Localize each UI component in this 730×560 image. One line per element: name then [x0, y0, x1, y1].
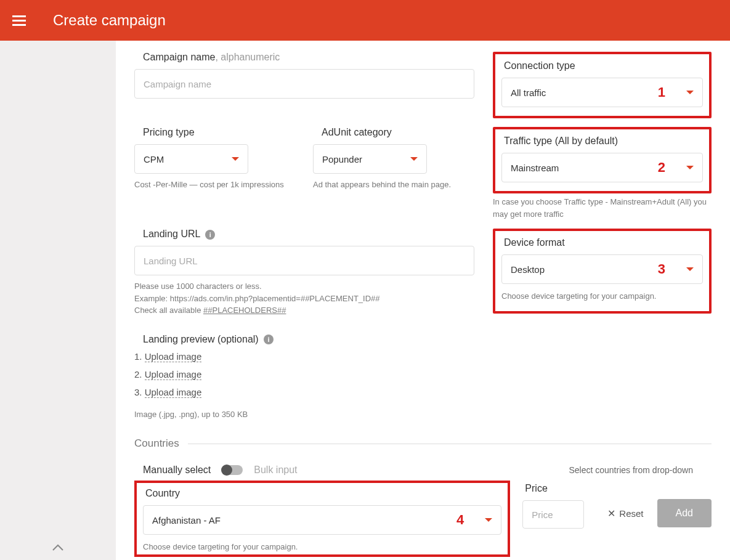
caret-down-icon [686, 91, 694, 94]
campaign-name-label: Campaign name [143, 52, 215, 62]
annotation-4: 4 [456, 512, 464, 528]
device-format-select[interactable]: Desktop 3 [501, 254, 703, 284]
content-area: Campaign name, alphanumeric Connection t… [116, 41, 730, 560]
menu-icon[interactable] [12, 15, 26, 26]
price-label: Price [522, 483, 584, 494]
landing-url-input[interactable] [134, 246, 474, 275]
upload-prefix-3: 3. [134, 387, 142, 397]
countries-section-title: Countries [134, 437, 712, 450]
pricing-label: Pricing type [134, 127, 296, 138]
app-header: Create campaign [0, 0, 730, 41]
caret-down-icon [686, 166, 694, 169]
caret-down-icon [485, 518, 492, 522]
annotation-2: 2 [658, 160, 665, 176]
mode-row: Manually select Bulk input Select countr… [134, 465, 712, 476]
landing-url-help2: Example: https://ads.com/in.php?placemen… [134, 293, 474, 305]
sidebar [0, 41, 116, 560]
traffic-type-select[interactable]: Mainstream 2 [501, 153, 703, 182]
traffic-type-help: In case you choose Traffic type - Mainst… [493, 196, 712, 220]
mode-hint: Select countries from drop-down [569, 465, 693, 475]
adunit-value: Popunder [322, 154, 362, 164]
country-label: Country [143, 488, 501, 499]
pricing-help: Cost -Per-Mille — cost per 1k impression… [134, 179, 296, 191]
price-input[interactable] [522, 500, 584, 529]
connection-type-value: All traffic [511, 87, 546, 98]
country-highlight: Country Afghanistan - AF 4 Choose device… [134, 481, 510, 557]
manual-select-label[interactable]: Manually select [143, 465, 211, 476]
landing-preview-label: Landing preview (optional) [143, 334, 259, 344]
info-icon[interactable]: i [205, 230, 215, 240]
reset-label: Reset [619, 508, 643, 519]
campaign-name-input[interactable] [134, 69, 474, 99]
upload-prefix-1: 1. [134, 351, 142, 362]
countries-label: Countries [134, 437, 179, 450]
traffic-type-label: Traffic type (All by default) [501, 136, 703, 147]
upload-image-link-3[interactable]: Upload image [145, 387, 202, 398]
add-button[interactable]: Add [657, 499, 712, 527]
landing-url-group: Landing URL i Please use 1000 characters… [134, 229, 474, 317]
caret-down-icon [232, 157, 239, 161]
price-group: Price [522, 481, 584, 529]
pricing-select[interactable]: CPM [134, 144, 248, 174]
traffic-type-value: Mainstream [511, 163, 559, 173]
annotation-3: 3 [658, 261, 665, 277]
landing-url-label: Landing URL [143, 229, 200, 239]
adunit-group: AdUnit category Popunder Ad that appears… [313, 127, 474, 191]
reset-button[interactable]: ✕ Reset [596, 500, 654, 527]
upload-prefix-2: 2. [134, 369, 142, 379]
campaign-name-hint: , alphanumeric [215, 52, 280, 62]
connection-type-highlight: Connection type All traffic 1 [493, 52, 712, 118]
landing-preview-group: Landing preview (optional) i 1. Upload i… [134, 334, 712, 421]
connection-type-select[interactable]: All traffic 1 [501, 78, 703, 107]
country-value: Afghanistan - AF [152, 515, 221, 526]
pricing-group: Pricing type CPM Cost -Per-Mille — cost … [134, 127, 296, 191]
chevron-up-icon[interactable] [52, 543, 64, 553]
campaign-name-group: Campaign name, alphanumeric [134, 52, 474, 99]
adunit-label: AdUnit category [313, 127, 474, 138]
device-format-value: Desktop [511, 264, 545, 275]
placeholders-link[interactable]: ##PLACEHOLDERS## [203, 306, 286, 315]
annotation-1: 1 [658, 84, 665, 100]
landing-url-help3-prefix: Check all available [134, 306, 203, 315]
pricing-value: CPM [144, 154, 164, 164]
upload-image-link-1[interactable]: Upload image [145, 351, 202, 362]
caret-down-icon [410, 157, 418, 161]
country-help: Choose device targeting for your campaig… [143, 541, 501, 553]
adunit-select[interactable]: Popunder [313, 144, 427, 174]
traffic-type-highlight: Traffic type (All by default) Mainstream… [493, 127, 712, 193]
upload-hint: Image (.jpg, .png), up to 350 KB [134, 408, 712, 421]
bulk-input-label[interactable]: Bulk input [254, 465, 297, 476]
upload-image-link-2[interactable]: Upload image [145, 369, 202, 380]
page-title: Create campaign [53, 12, 166, 29]
landing-url-help1: Please use 1000 characters or less. [134, 280, 474, 293]
info-icon[interactable]: i [264, 335, 274, 344]
adunit-help: Ad that appears behind the main page. [313, 179, 474, 191]
caret-down-icon [686, 267, 694, 271]
device-format-label: Device format [501, 237, 703, 248]
country-select[interactable]: Afghanistan - AF 4 [143, 505, 501, 535]
connection-type-label: Connection type [501, 60, 703, 71]
device-format-highlight: Device format Desktop 3 Choose device ta… [493, 229, 712, 314]
device-format-help: Choose device targeting for your campaig… [501, 290, 703, 302]
close-icon: ✕ [607, 508, 615, 519]
mode-toggle[interactable] [222, 465, 243, 475]
